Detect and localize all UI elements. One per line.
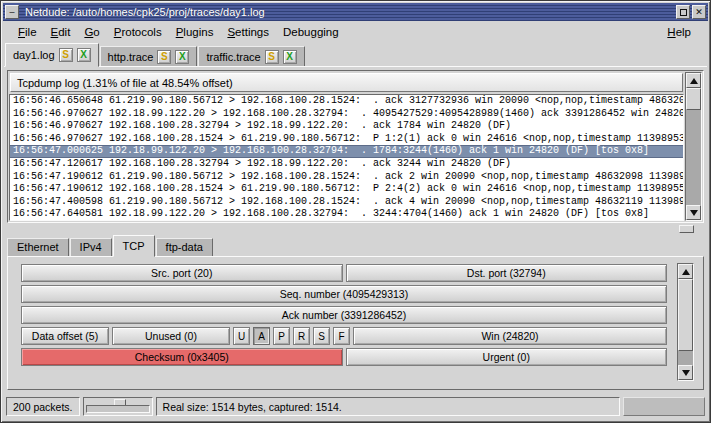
- progress-area: [623, 397, 705, 416]
- statusbar: 200 packets. Real size: 1514 bytes, capt…: [4, 394, 707, 419]
- scroll-down-icon[interactable]: [678, 365, 693, 380]
- tab-ethernet[interactable]: Ethernet: [7, 238, 69, 257]
- tab-traffic-trace[interactable]: traffic.trace S X: [198, 46, 304, 67]
- menu-help[interactable]: Help: [660, 24, 698, 40]
- maximize-glyph: [680, 9, 687, 16]
- packet-row[interactable]: 16:56:47.400598 61.219.90.180.56712 > 19…: [10, 196, 683, 209]
- packet-row[interactable]: 16:56:46.650648 61.219.90.180.56712 > 19…: [10, 95, 683, 108]
- checksum-button[interactable]: Checksum (0x3405): [21, 348, 343, 366]
- pane-grip[interactable]: [679, 225, 694, 233]
- flag-ack-button[interactable]: A: [253, 327, 270, 345]
- packet-row[interactable]: 16:56:46.970627 192.168.100.28.1524 > 61…: [10, 133, 683, 146]
- packet-row-selected[interactable]: 16:56:47.000625 192.18.99.122.20 > 192.1…: [10, 145, 683, 158]
- protocol-tabs: Ethernet IPv4 TCP ftp-data: [7, 235, 214, 257]
- menu-protocols[interactable]: Protocols: [107, 24, 169, 40]
- flag-fin-button[interactable]: F: [333, 327, 350, 345]
- seq-number-button[interactable]: Seq. number (4095429313): [21, 285, 667, 303]
- unused-button[interactable]: Unused (0): [112, 327, 230, 345]
- src-port-button[interactable]: Src. port (20): [21, 264, 343, 282]
- close-tab-icon[interactable]: X: [175, 50, 189, 64]
- tcpdump-log-header: Tcpdump log (1.31% of file at 48.54% off…: [10, 73, 683, 92]
- tab-tcp[interactable]: TCP: [113, 235, 155, 257]
- scrollbar-thumb[interactable]: [686, 88, 701, 110]
- save-icon[interactable]: S: [157, 50, 171, 64]
- menu-debugging[interactable]: Debugging: [276, 24, 346, 40]
- win-button[interactable]: Win (24820): [353, 327, 667, 345]
- packet-list-scrollbar[interactable]: [685, 72, 702, 221]
- menu-file[interactable]: File: [11, 24, 44, 40]
- menubar: File Edit Go Protocols Plugins Settings …: [3, 21, 708, 43]
- tab-ftp-data[interactable]: ftp-data: [156, 238, 213, 257]
- data-offset-button[interactable]: Data offset (5): [21, 327, 109, 345]
- urgent-button[interactable]: Urgent (0): [346, 348, 668, 366]
- tab-label: day1.log: [13, 49, 55, 61]
- menu-plugins[interactable]: Plugins: [169, 24, 221, 40]
- trace-page: Tcpdump log (1.31% of file at 48.54% off…: [4, 66, 707, 393]
- scroll-down-icon[interactable]: [686, 205, 701, 220]
- tab-ipv4[interactable]: IPv4: [70, 238, 112, 257]
- packet-list[interactable]: 16:56:46.650648 61.219.90.180.56712 > 19…: [9, 94, 684, 221]
- tab-day1-log[interactable]: day1.log S X: [5, 43, 99, 67]
- flag-urg-button[interactable]: U: [233, 327, 250, 345]
- tab-label: traffic.trace: [206, 51, 260, 63]
- flag-syn-button[interactable]: S: [313, 327, 330, 345]
- tcp-field-page: Src. port (20) Dst. port (32794) Seq. nu…: [7, 256, 704, 390]
- menu-edit[interactable]: Edit: [44, 24, 78, 40]
- close-icon[interactable]: ✕: [692, 5, 706, 19]
- maximize-icon[interactable]: [676, 5, 690, 19]
- tab-http-trace[interactable]: http.trace S X: [100, 46, 198, 67]
- scroll-up-icon[interactable]: [678, 264, 693, 279]
- field-panel-scrollbar[interactable]: [677, 263, 694, 381]
- minimize-icon[interactable]: –: [5, 5, 19, 19]
- pane-divider[interactable]: [7, 225, 704, 233]
- save-icon[interactable]: S: [265, 50, 279, 64]
- titlebar[interactable]: – Netdude: /auto/homes/cpk25/proj/traces…: [3, 3, 708, 21]
- dst-port-button[interactable]: Dst. port (32794): [346, 264, 668, 282]
- menu-go[interactable]: Go: [77, 24, 106, 40]
- tab-label: http.trace: [108, 51, 154, 63]
- netdude-window: – Netdude: /auto/homes/cpk25/proj/traces…: [0, 0, 711, 423]
- packet-row[interactable]: 16:56:47.640581 192.18.99.122.20 > 192.1…: [10, 208, 683, 221]
- size-status: Real size: 1514 bytes, captured: 1514.: [156, 397, 620, 416]
- scrollbar-trough[interactable]: [678, 351, 693, 365]
- packet-row[interactable]: 16:56:47.190612 192.168.100.28.1524 > 61…: [10, 183, 683, 196]
- scrollbar-thumb[interactable]: [678, 279, 693, 351]
- packet-list-panel: Tcpdump log (1.31% of file at 48.54% off…: [7, 70, 704, 223]
- slider-groove[interactable]: [86, 405, 150, 413]
- scrollbar-trough[interactable]: [686, 110, 701, 205]
- position-slider[interactable]: [83, 397, 153, 416]
- menu-settings[interactable]: Settings: [220, 24, 276, 40]
- trace-tabs: day1.log S X http.trace S X traffic.trac…: [5, 43, 708, 67]
- packet-row[interactable]: 16:56:47.120617 192.168.100.28.32794 > 1…: [10, 158, 683, 171]
- flag-rst-button[interactable]: R: [293, 327, 310, 345]
- window-title: Netdude: /auto/homes/cpk25/proj/traces/d…: [19, 6, 676, 18]
- packet-row[interactable]: 16:56:47.190612 61.219.90.180.56712 > 19…: [10, 171, 683, 184]
- save-icon[interactable]: S: [59, 48, 73, 62]
- close-tab-icon[interactable]: X: [77, 48, 91, 62]
- packet-count: 200 packets.: [6, 397, 80, 416]
- packet-row[interactable]: 16:56:46.970627 192.168.100.28.32794 > 1…: [10, 120, 683, 133]
- close-tab-icon[interactable]: X: [283, 50, 297, 64]
- scroll-up-icon[interactable]: [686, 73, 701, 88]
- packet-row[interactable]: 16:56:46.970627 192.18.99.122.20 > 192.1…: [10, 108, 683, 121]
- ack-number-button[interactable]: Ack number (3391286452): [21, 306, 667, 324]
- flag-psh-button[interactable]: P: [273, 327, 290, 345]
